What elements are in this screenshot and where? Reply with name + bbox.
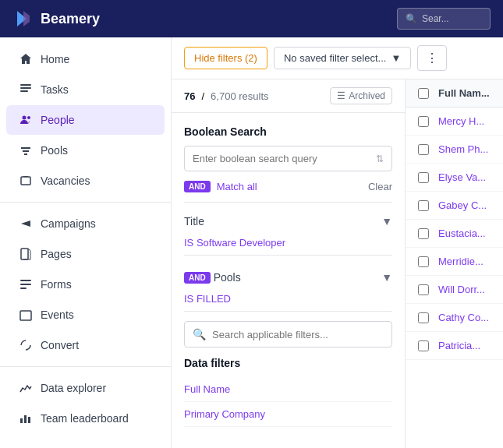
header-right: 🔍 Sear... bbox=[397, 8, 491, 30]
name-cell[interactable]: Mercy H... bbox=[438, 115, 484, 127]
search-placeholder: Sear... bbox=[422, 13, 449, 24]
svg-rect-5 bbox=[21, 177, 30, 185]
table-body: Mercy H... Shem Ph... Elyse Va... Gabey … bbox=[406, 108, 503, 448]
name-cell[interactable]: Patricia... bbox=[438, 340, 480, 351]
sidebar-item-data-explorer[interactable]: Data explorer bbox=[6, 373, 165, 403]
hide-filters-button[interactable]: Hide filters (2) bbox=[184, 47, 267, 69]
more-icon: ⋮ bbox=[426, 51, 438, 65]
sidebar-item-tasks[interactable]: Tasks bbox=[6, 75, 165, 104]
archived-button[interactable]: ☰ Archived bbox=[330, 87, 392, 104]
match-all-text[interactable]: Match all bbox=[217, 181, 257, 192]
sidebar-item-label: Vacancies bbox=[41, 175, 90, 187]
row-checkbox[interactable] bbox=[418, 312, 429, 323]
sidebar-item-convert[interactable]: Convert bbox=[6, 330, 165, 360]
pools-filter-value: IS FILLED bbox=[184, 290, 392, 312]
sidebar-item-label: Forms bbox=[41, 278, 72, 291]
sidebar-item-label: People bbox=[41, 114, 75, 126]
svg-rect-13 bbox=[28, 417, 30, 423]
table-row: Gabey C... bbox=[406, 192, 503, 220]
data-filter-primary-company[interactable]: Primary Company bbox=[184, 402, 392, 427]
svg-rect-6 bbox=[21, 249, 28, 259]
sidebar-item-home[interactable]: Home bbox=[6, 44, 165, 74]
row-checkbox[interactable] bbox=[418, 200, 429, 211]
sidebar-item-pools[interactable]: Pools bbox=[6, 136, 165, 165]
convert-icon bbox=[19, 338, 33, 352]
row-checkbox[interactable] bbox=[418, 116, 429, 127]
data-explorer-icon bbox=[19, 381, 33, 395]
sidebar-item-label: Pools bbox=[41, 144, 68, 157]
sidebar: Home Tasks People Pools Vacancies bbox=[0, 37, 172, 448]
sidebar-item-label: Campaigns bbox=[41, 217, 96, 230]
pools-icon bbox=[19, 143, 33, 157]
pools-chevron-icon: ▼ bbox=[381, 271, 392, 284]
sidebar-item-forms[interactable]: Forms bbox=[6, 270, 165, 299]
table-row: Cathy Co... bbox=[406, 304, 503, 332]
saved-filter-dropdown[interactable]: No saved filter select... ▼ bbox=[274, 47, 411, 69]
toolbar: Hide filters (2) No saved filter select.… bbox=[172, 37, 503, 79]
svg-rect-1 bbox=[20, 87, 31, 89]
main-area: Hide filters (2) No saved filter select.… bbox=[172, 37, 503, 448]
name-cell[interactable]: Shem Ph... bbox=[438, 143, 488, 155]
app-body: Home Tasks People Pools Vacancies bbox=[0, 37, 503, 448]
sidebar-item-campaigns[interactable]: Campaigns bbox=[6, 209, 165, 238]
boolean-search-input[interactable] bbox=[193, 153, 376, 164]
archived-label: Archived bbox=[349, 90, 385, 101]
title-filter-value: IS Software Developer bbox=[184, 234, 392, 256]
sidebar-item-pages[interactable]: Pages bbox=[6, 239, 165, 269]
row-checkbox[interactable] bbox=[418, 340, 429, 351]
sidebar-item-label: Tasks bbox=[41, 83, 69, 96]
sidebar-item-people[interactable]: People bbox=[6, 105, 165, 135]
sidebar-item-vacancies[interactable]: Vacancies bbox=[6, 166, 165, 196]
name-cell[interactable]: Elyse Va... bbox=[438, 171, 486, 183]
table-header: Full Nam... bbox=[406, 79, 503, 108]
pools-filter-section: AND Pools ▼ IS FILLED bbox=[184, 265, 392, 312]
name-cell[interactable]: Cathy Co... bbox=[438, 312, 489, 323]
archive-icon: ☰ bbox=[337, 90, 345, 101]
row-checkbox[interactable] bbox=[418, 256, 429, 267]
sidebar-item-label: Pages bbox=[41, 248, 72, 260]
team-leaderboard-icon bbox=[19, 411, 33, 425]
sidebar-item-team-leaderboard[interactable]: Team leaderboard bbox=[6, 404, 165, 433]
vacancies-icon bbox=[19, 174, 33, 188]
people-icon bbox=[19, 113, 33, 127]
svg-point-4 bbox=[27, 116, 30, 119]
sidebar-item-label: Data explorer bbox=[41, 382, 106, 394]
pools-filter-header[interactable]: AND Pools ▼ bbox=[184, 265, 392, 290]
row-checkbox[interactable] bbox=[418, 284, 429, 295]
select-all-checkbox[interactable] bbox=[418, 88, 429, 99]
sidebar-item-events[interactable]: Events bbox=[6, 300, 165, 330]
match-all-row: AND Match all Clear bbox=[184, 181, 392, 192]
pools-and-badge: AND bbox=[184, 272, 211, 284]
pages-icon bbox=[19, 247, 33, 261]
boolean-search-input-wrapper: ⇅ bbox=[184, 146, 392, 171]
row-checkbox[interactable] bbox=[418, 172, 429, 183]
clear-button[interactable]: Clear bbox=[368, 181, 392, 192]
name-cell[interactable]: Will Dorr... bbox=[438, 284, 485, 295]
data-filter-full-name[interactable]: Full Name bbox=[184, 377, 392, 402]
content-area: 76 / 6,700 results ☰ Archived Boole bbox=[172, 79, 503, 448]
search-icon: 🔍 bbox=[406, 13, 417, 24]
filter-search-box: 🔍 bbox=[184, 321, 392, 347]
table-row: Will Dorr... bbox=[406, 276, 503, 304]
table-row: Elyse Va... bbox=[406, 164, 503, 192]
svg-rect-10 bbox=[20, 311, 31, 320]
title-filter-header[interactable]: Title ▼ bbox=[184, 209, 392, 234]
boolean-arrows-icon: ⇅ bbox=[376, 153, 384, 164]
row-checkbox[interactable] bbox=[418, 228, 429, 239]
beamery-logo-icon bbox=[12, 8, 34, 30]
header-search[interactable]: 🔍 Sear... bbox=[397, 8, 491, 30]
filter-search-input[interactable] bbox=[212, 329, 384, 340]
name-cell[interactable]: Eustacia... bbox=[438, 228, 486, 239]
name-cell[interactable]: Merridie... bbox=[438, 256, 484, 267]
svg-rect-12 bbox=[24, 415, 27, 423]
sidebar-item-label: Home bbox=[41, 53, 69, 65]
name-cell[interactable]: Gabey C... bbox=[438, 199, 487, 211]
more-options-button[interactable]: ⋮ bbox=[417, 45, 447, 71]
sidebar-divider-2 bbox=[0, 366, 171, 367]
results-bar: 76 / 6,700 results ☰ Archived bbox=[172, 79, 405, 113]
results-count: 76 bbox=[184, 90, 195, 102]
table-row: Eustacia... bbox=[406, 220, 503, 248]
sidebar-item-label: Convert bbox=[41, 339, 79, 351]
col-full-name-header: Full Nam... bbox=[438, 87, 490, 99]
row-checkbox[interactable] bbox=[418, 144, 429, 155]
